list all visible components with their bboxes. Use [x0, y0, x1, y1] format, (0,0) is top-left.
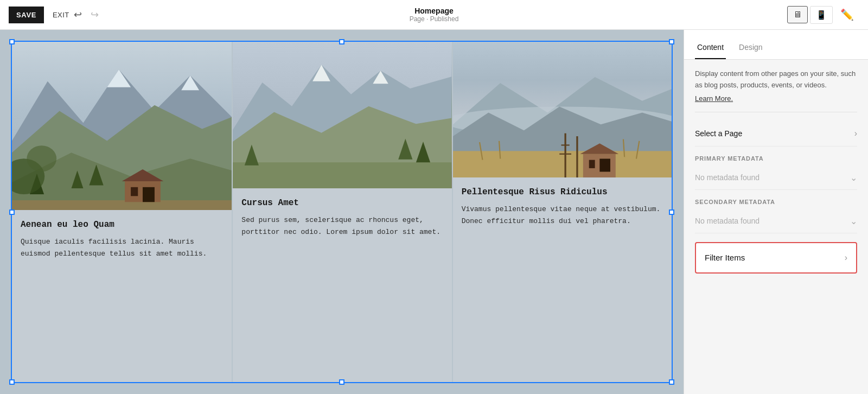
main-area: Aenean eu leo Quam Quisque iaculis facil…: [0, 30, 868, 394]
handle-bottom-middle[interactable]: [339, 379, 344, 385]
grid-item-1-image: [12, 42, 232, 210]
handle-bottom-right[interactable]: [669, 379, 674, 385]
filter-items-label: Filter Items: [705, 253, 745, 262]
selection-container: Aenean eu leo Quam Quisque iaculis facil…: [11, 41, 673, 383]
grid-item-2: Cursus Amet Sed purus sem, scelerisque a…: [232, 42, 451, 382]
panel-description: Display content from other pages on your…: [695, 68, 857, 91]
svg-rect-6: [12, 200, 232, 210]
redo-icon: ↪: [91, 9, 99, 21]
view-controls: 🖥 📱 ✏️: [787, 5, 859, 24]
svg-rect-21: [233, 162, 451, 188]
mobile-view-button[interactable]: 📱: [810, 6, 833, 24]
learn-more-link[interactable]: Learn More.: [695, 94, 733, 103]
select-page-label: Select a Page: [695, 129, 742, 138]
magic-wand-button[interactable]: ✏️: [835, 5, 859, 24]
grid-item-1-text: Aenean eu leo Quam Quisque iaculis facil…: [12, 210, 232, 382]
desktop-icon: 🖥: [793, 10, 802, 19]
tab-content[interactable]: Content: [695, 39, 726, 59]
undo-button[interactable]: ↩: [69, 5, 86, 24]
panel-body: Display content from other pages on your…: [684, 60, 868, 394]
grid-item-1-title: Aenean eu leo Quam: [21, 219, 223, 231]
select-page-chevron-icon: ›: [854, 129, 857, 138]
topbar: SAVE EXIT ↩ ↪ Homepage Page · Published …: [0, 0, 868, 30]
grid-item-2-text: Cursus Amet Sed purus sem, scelerisque a…: [233, 188, 451, 382]
filter-items-chevron-icon: ›: [845, 253, 847, 263]
primary-metadata-section-label: PRIMARY METADATA: [695, 155, 857, 162]
svg-rect-41: [599, 158, 610, 171]
handle-top-right[interactable]: [669, 39, 674, 45]
primary-metadata-chevron-icon: ⌄: [850, 173, 857, 183]
redo-button[interactable]: ↪: [86, 5, 103, 24]
grid-item-2-title: Cursus Amet: [241, 197, 443, 209]
svg-rect-29: [453, 151, 672, 177]
secondary-metadata-chevron-icon: ⌄: [850, 216, 857, 226]
canvas: Aenean eu leo Quam Quisque iaculis facil…: [0, 30, 684, 394]
handle-top-left[interactable]: [9, 39, 15, 45]
exit-button[interactable]: EXIT: [53, 11, 69, 19]
grid-item-3: Pellentesque Risus Ridiculus Vivamus pel…: [452, 42, 672, 382]
page-info: Homepage Page · Published: [410, 7, 459, 23]
mobile-icon: 📱: [816, 10, 827, 20]
grid-item-3-desc: Vivamus pellentesque vitae neque at vest…: [462, 204, 663, 227]
right-panel: Content Design Display content from othe…: [684, 30, 868, 394]
save-button[interactable]: SAVE: [9, 7, 44, 23]
filter-items-row[interactable]: Filter Items ›: [695, 242, 857, 274]
svg-rect-9: [131, 187, 138, 196]
grid-item-2-image: [233, 42, 451, 188]
svg-rect-40: [589, 160, 595, 168]
svg-point-15: [27, 145, 56, 171]
grid-item-1: Aenean eu leo Quam Quisque iaculis facil…: [12, 42, 232, 382]
panel-divider-1: [695, 112, 857, 112]
svg-rect-10: [143, 187, 155, 202]
grid-item-3-text: Pellentesque Risus Ridiculus Vivamus pel…: [453, 177, 672, 382]
handle-middle-left[interactable]: [9, 209, 15, 215]
grid-item-2-desc: Sed purus sem, scelerisque ac rhoncus eg…: [241, 214, 443, 238]
grid-item-3-image: [453, 42, 672, 177]
handle-bottom-left[interactable]: [9, 379, 15, 385]
wand-icon: ✏️: [840, 9, 854, 21]
desktop-view-button[interactable]: 🖥: [787, 6, 808, 23]
panel-tabs: Content Design: [684, 30, 868, 60]
tab-design[interactable]: Design: [737, 39, 765, 59]
svg-rect-38: [583, 154, 615, 177]
secondary-metadata-value: No metadata found: [695, 217, 760, 225]
page-subtitle: Page · Published: [410, 15, 459, 23]
select-page-row[interactable]: Select a Page ›: [695, 121, 857, 147]
handle-top-middle[interactable]: [339, 39, 344, 45]
handle-middle-right[interactable]: [669, 209, 674, 215]
primary-metadata-value: No metadata found: [695, 173, 760, 182]
undo-icon: ↩: [74, 9, 82, 21]
secondary-metadata-section-label: SECONDARY METADATA: [695, 199, 857, 205]
secondary-metadata-row[interactable]: No metadata found ⌄: [695, 209, 857, 233]
grid-item-1-desc: Quisque iaculis facilisis lacinia. Mauri…: [21, 236, 223, 260]
primary-metadata-row[interactable]: No metadata found ⌄: [695, 166, 857, 190]
grid-item-3-title: Pellentesque Risus Ridiculus: [462, 186, 663, 198]
content-grid: Aenean eu leo Quam Quisque iaculis facil…: [12, 42, 672, 382]
page-title: Homepage: [410, 7, 459, 15]
